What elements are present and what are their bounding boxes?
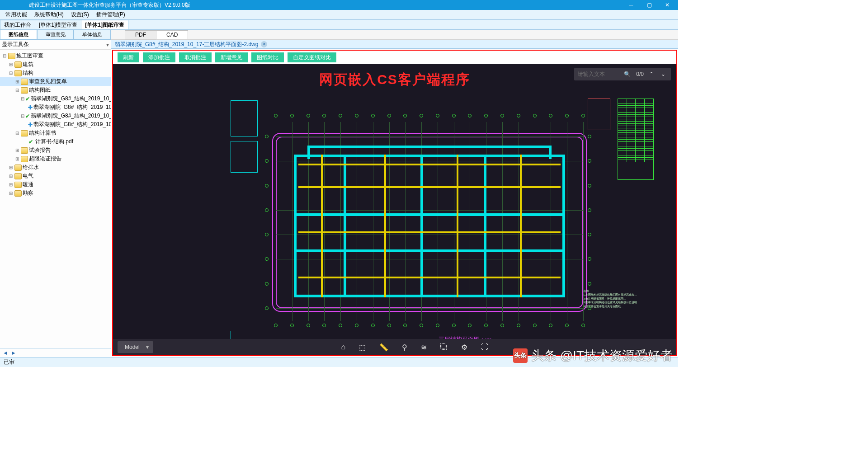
doc-tab-pdf[interactable]: PDF (125, 30, 156, 39)
select-icon[interactable]: ⬚ (359, 343, 366, 352)
refresh-button[interactable]: 刷新 (118, 52, 139, 62)
doc-tab-cad[interactable]: CAD (156, 30, 188, 39)
tree-node[interactable]: ⊟翡翠湖别院_G8#_结构_2019_10_17- (0, 94, 111, 103)
copy-icon[interactable]: ⿻ (440, 343, 448, 352)
search-icon[interactable]: 🔍 (622, 71, 632, 77)
nav-prev-icon[interactable]: ◄ (3, 350, 8, 356)
file-tree[interactable]: ⊟施工图审查⊞建筑⊟结构⊞审查意见回复单⊟结构图纸⊟翡翠湖别院_G8#_结构_2… (0, 50, 111, 348)
remove-annotation-button[interactable]: 取消批注 (179, 52, 212, 62)
tree-node[interactable]: ⊟结构图纸 (0, 86, 111, 94)
ruler-icon[interactable]: 📏 (379, 343, 388, 352)
watermark-badge: 头条 (513, 348, 528, 363)
side-tab-drawing-info[interactable]: 图纸信息 (0, 30, 37, 39)
search-overlay: 🔍 0/0 ⌃ ⌄ (574, 68, 671, 80)
tree-node[interactable]: ⊞审查意见回复单 (0, 77, 111, 86)
minimize-button[interactable]: ─ (622, 0, 640, 10)
sidebar: 图纸信息 审查意见 单体信息 显示工具条 ▾ ⊟施工图审查⊞建筑⊟结构⊞审查意见… (0, 30, 111, 357)
model-space-button[interactable]: Model (118, 341, 153, 353)
prev-result-icon[interactable]: ⌃ (647, 71, 656, 77)
home-icon[interactable]: ⌂ (341, 343, 346, 352)
plan-outline-2 (272, 133, 587, 312)
menu-common[interactable]: 常用功能 (3, 11, 30, 19)
tree-node[interactable]: ⊞勘察 (0, 189, 111, 197)
legend-block (588, 99, 610, 130)
tree-node[interactable]: 计算书-结构.pdf (0, 137, 111, 146)
tree-node[interactable]: ⊞建筑 (0, 60, 111, 69)
tree-node[interactable]: ⊟施工图审查 (0, 52, 111, 60)
tree-node[interactable]: ⊞试验报告 (0, 146, 111, 155)
embedded-client-frame: 刷新 添加批注 取消批注 新增意见 图纸对比 自定义图纸对比 网页嵌入CS客户端… (112, 50, 677, 356)
section-detail-2 (231, 141, 258, 173)
search-progress: 0/0 (636, 71, 644, 77)
tree-node[interactable]: ⊟结构 (0, 69, 111, 77)
menu-bar: 常用功能 系统帮助(H) 设置(S) 插件管理(P) (0, 10, 678, 20)
nav-next-icon[interactable]: ► (11, 350, 16, 356)
app-title: 建设工程设计施工图一体化审查服务平台（审查专家版）V2.9.0.0版 (2, 1, 622, 9)
tree-node[interactable]: ⊟翡翠湖别院_G8#_结构_2019_10_17- (0, 112, 111, 120)
tree-node[interactable]: ⊟结构计算书 (0, 129, 111, 137)
location-icon[interactable]: ⚲ (402, 343, 407, 352)
next-result-icon[interactable]: ⌄ (659, 71, 667, 77)
schedule-table (618, 99, 654, 180)
maximize-button[interactable]: ▢ (640, 0, 658, 10)
show-toolbar-label: 显示工具条 (2, 41, 29, 48)
compare-drawings-button[interactable]: 图纸对比 (251, 52, 284, 62)
workspace-tabs: 我的工作台 [单体1]模型审查 [单体1]图纸审查 (0, 20, 678, 30)
side-tab-unit-info[interactable]: 单体信息 (74, 30, 111, 39)
fullscreen-icon[interactable]: ⛶ (481, 343, 488, 352)
add-annotation-button[interactable]: 添加批注 (143, 52, 175, 62)
content-area: PDF CAD 翡翠湖别院_G8#_结构_2019_10_17-三层结构平面图-… (111, 30, 678, 357)
tree-node[interactable]: ⊞超限论证报告 (0, 155, 111, 163)
section-detail-1 (231, 100, 258, 136)
tab-my-desk[interactable]: 我的工作台 (0, 20, 35, 29)
cad-drawing: 三层结构平面图 1:100 说明1.本图结构标高按建筑施工图对应标高减去…2.未… (231, 96, 656, 355)
dropdown-icon[interactable]: ▾ (106, 42, 109, 48)
tab-model-review[interactable]: [单体1]模型审查 (35, 20, 81, 29)
close-button[interactable]: ✕ (658, 0, 676, 10)
menu-help[interactable]: 系统帮助(H) (32, 11, 66, 19)
side-tab-review-opinion[interactable]: 审查意见 (37, 30, 74, 39)
menu-plugins[interactable]: 插件管理(P) (94, 11, 128, 19)
tree-node[interactable]: ⊞暖通 (0, 180, 111, 189)
drawing-notes: 说明1.本图结构标高按建筑施工图对应标高减去…2.未注明梁截面尺寸详见梁配筋图…… (583, 289, 651, 308)
search-input[interactable] (578, 71, 618, 77)
close-file-icon[interactable]: × (261, 41, 267, 47)
tree-node[interactable]: ⊞给排水 (0, 163, 111, 172)
new-opinion-button[interactable]: 新增意见 (215, 52, 248, 62)
tree-node[interactable]: 翡翠湖别院_G8#_结构_2019_10_1 (0, 120, 111, 129)
open-file-name: 翡翠湖别院_G8#_结构_2019_10_17-三层结构平面图-2.dwg (115, 41, 258, 48)
title-bar: 建设工程设计施工图一体化审查服务平台（审查专家版）V2.9.0.0版 ─ ▢ ✕ (0, 0, 678, 10)
tab-drawing-review[interactable]: [单体1]图纸审查 (81, 20, 128, 29)
tree-node[interactable]: ⊞电气 (0, 172, 111, 180)
custom-compare-button[interactable]: 自定义图纸对比 (288, 52, 336, 62)
settings-icon[interactable]: ⚙ (461, 343, 467, 352)
menu-settings[interactable]: 设置(S) (68, 11, 92, 19)
banner-text: 网页嵌入CS客户端程序 (319, 70, 470, 89)
watermark-text: 头条 @IT技术资源爱好者 (531, 347, 673, 364)
status-text: 已审 (4, 358, 14, 366)
watermark: 头条 头条 @IT技术资源爱好者 (513, 347, 673, 364)
tree-node[interactable]: 翡翠湖别院_G8#_结构_2019_10_1 (0, 103, 111, 112)
cad-viewport[interactable]: 网页嵌入CS客户端程序 🔍 0/0 ⌃ ⌄ 三层结构平面图 1:100 (113, 64, 676, 355)
layers-icon[interactable]: ≋ (421, 343, 427, 352)
